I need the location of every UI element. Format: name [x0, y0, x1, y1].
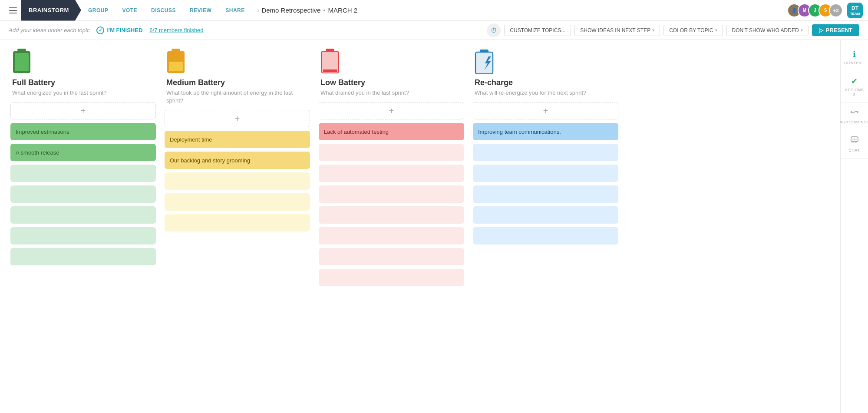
column-title-low: Low Battery — [320, 78, 462, 87]
column-title-medium: Medium Battery — [166, 78, 308, 87]
column-desc-medium: What took up the right amount of energy … — [166, 89, 308, 105]
idea-card-full-4 — [10, 206, 156, 224]
chevron-down-icon: ▾ — [715, 28, 717, 33]
info-icon: ℹ — [853, 50, 856, 59]
idea-card-low-1 — [319, 144, 464, 161]
nav-share[interactable]: SHARE — [218, 0, 252, 21]
sidebar-context-label: CONTEXT — [844, 61, 865, 66]
column-desc-low: What drained you in the last sprint? — [320, 89, 462, 97]
idea-card-recharge-3 — [473, 185, 618, 203]
svg-point-19 — [852, 139, 853, 139]
sub-right-controls: ⏱ CUSTOMIZE TOPICS... SHOW IDEAS IN NEXT… — [487, 23, 859, 37]
idea-card-medium-4 — [165, 214, 310, 231]
avatar-group: 👤 M J S +3 — [787, 3, 843, 17]
idea-card-full-5 — [10, 227, 156, 244]
present-icon: ▷ — [819, 27, 823, 33]
svg-rect-0 — [9, 7, 17, 8]
nav-right: 👤 M J S +3 DT TEAM — [787, 3, 863, 18]
svg-rect-13 — [475, 52, 493, 74]
idea-card-full-2 — [10, 165, 156, 182]
idea-card-medium-2 — [165, 172, 310, 190]
add-idea-button-full[interactable]: + — [10, 102, 156, 119]
idea-card-medium-0[interactable]: Deployment time — [165, 131, 310, 148]
svg-rect-1 — [9, 10, 17, 11]
idea-card-recharge-5 — [473, 227, 618, 244]
timer-button[interactable]: ⏱ — [487, 23, 501, 37]
idea-card-low-2 — [319, 165, 464, 182]
idea-card-medium-1[interactable]: Our backlog and story grooming — [165, 152, 310, 169]
idea-card-low-7 — [319, 269, 464, 286]
sidebar-item-actions[interactable]: ✔ ACTIONS2 — [841, 71, 868, 103]
svg-point-17 — [857, 111, 858, 113]
sub-bar: Add your ideas under each topic ✓ I'M FI… — [0, 21, 868, 40]
session-title: › Demo Retrospective • MARCH 2 — [257, 7, 357, 14]
nav-group[interactable]: GROUP — [81, 0, 116, 21]
column-header-recharge: Re-chargeWhat will re-energize you for t… — [473, 49, 618, 97]
column-header-low: Low BatteryWhat drained you in the last … — [319, 49, 464, 97]
add-idea-button-medium[interactable]: + — [165, 110, 310, 127]
idea-card-low-3 — [319, 185, 464, 203]
medium-battery-icon — [166, 49, 187, 75]
svg-point-20 — [854, 139, 855, 139]
recharge-battery-icon — [475, 49, 495, 75]
agreements-icon — [850, 108, 859, 118]
team-button[interactable]: DT TEAM — [847, 3, 863, 18]
full-battery-icon — [12, 49, 33, 75]
sidebar-actions-label: ACTIONS2 — [845, 88, 864, 97]
idea-card-recharge-1 — [473, 144, 618, 161]
sidebar-item-context[interactable]: ℹ CONTEXT — [841, 44, 868, 71]
idea-card-full-0[interactable]: Improved estimations — [10, 123, 156, 140]
idea-card-recharge-2 — [473, 165, 618, 182]
columns-grid: Full BatteryWhat energized you in the la… — [10, 49, 618, 290]
idea-card-full-1[interactable]: A smooth release — [10, 144, 156, 161]
svg-rect-8 — [169, 62, 183, 71]
idea-card-full-6 — [10, 248, 156, 265]
color-by-topic-button[interactable]: COLOR BY TOPIC ▾ — [663, 25, 723, 36]
svg-rect-12 — [323, 69, 337, 72]
column-header-full: Full BatteryWhat energized you in the la… — [10, 49, 156, 97]
idea-card-recharge-4 — [473, 206, 618, 224]
svg-rect-6 — [172, 49, 180, 51]
svg-point-16 — [851, 111, 852, 113]
sidebar-agreements-label: AGREEMENTS — [840, 120, 868, 125]
chat-icon — [850, 135, 859, 146]
board-area: Full BatteryWhat energized you in the la… — [0, 40, 840, 413]
right-sidebar: ℹ CONTEXT ✔ ACTIONS2 AGREEMENTS — [840, 40, 868, 413]
brainstorm-tab[interactable]: BRAINSTORM — [21, 0, 81, 21]
idea-card-low-4 — [319, 206, 464, 224]
nav-discuss[interactable]: DISCUSS — [144, 0, 183, 21]
nav-review[interactable]: REVIEW — [183, 0, 218, 21]
sidebar-chat-label: CHAT — [849, 148, 860, 153]
column-desc-full: What energized you in the last sprint? — [12, 89, 154, 97]
idea-card-recharge-0[interactable]: Improving team communications. — [473, 123, 618, 140]
im-finished-button[interactable]: ✓ I'M FINISHED — [96, 26, 142, 34]
hamburger-menu[interactable] — [5, 0, 21, 21]
svg-rect-15 — [480, 50, 488, 53]
svg-rect-2 — [9, 13, 17, 13]
low-battery-icon — [320, 49, 341, 75]
dont-show-who-button[interactable]: DON'T SHOW WHO ADDED ▾ — [726, 25, 809, 36]
customize-topics-button[interactable]: CUSTOMIZE TOPICS... — [504, 25, 571, 36]
members-finished[interactable]: 6/7 members finished — [149, 27, 203, 33]
present-button[interactable]: ▷ PRESENT — [812, 24, 859, 36]
column-medium: Medium BatteryWhat took up the right amo… — [165, 49, 310, 290]
check-icon: ✔ — [851, 76, 858, 86]
nav-vote[interactable]: VOTE — [115, 0, 144, 21]
add-idea-button-recharge[interactable]: + — [473, 102, 618, 119]
chevron-down-icon: ▾ — [801, 28, 803, 33]
top-nav: BRAINSTORM GROUP VOTE DISCUSS REVIEW SHA… — [0, 0, 868, 21]
avatar-plus[interactable]: +3 — [829, 3, 843, 17]
svg-rect-5 — [15, 53, 29, 71]
svg-point-21 — [855, 139, 856, 139]
sidebar-item-agreements[interactable]: AGREEMENTS — [841, 102, 868, 130]
idea-card-low-5 — [319, 227, 464, 244]
idea-card-medium-3 — [165, 193, 310, 211]
svg-rect-3 — [17, 49, 26, 51]
chevron-down-icon: ▾ — [652, 28, 654, 33]
sidebar-item-chat[interactable]: CHAT — [841, 130, 868, 159]
show-ideas-button[interactable]: SHOW IDEAS IN NEXT STEP ▾ — [574, 25, 660, 36]
add-idea-button-low[interactable]: + — [319, 102, 464, 119]
idea-card-low-6 — [319, 248, 464, 265]
idea-card-low-0[interactable]: Lack of automated testing — [319, 123, 464, 140]
column-desc-recharge: What will re-energize you for the next s… — [475, 89, 617, 97]
